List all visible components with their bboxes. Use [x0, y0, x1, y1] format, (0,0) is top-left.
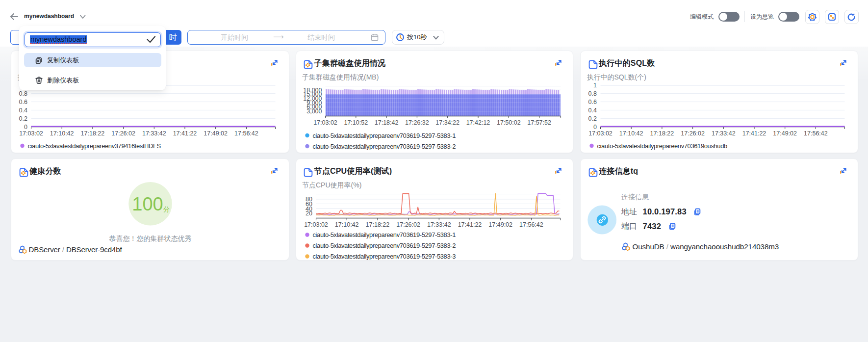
svg-text:0.2: 0.2 [588, 115, 597, 122]
svg-text:17:49:02: 17:49:02 [773, 130, 797, 137]
svg-text:ciauto-5xlavatestdailypreparee: ciauto-5xlavatestdailyprepareenv703619-5… [312, 231, 456, 238]
svg-text:17:10:42: 17:10:42 [50, 130, 74, 137]
svg-text:17:57:52: 17:57:52 [527, 119, 551, 126]
svg-text:17:18:22: 17:18:22 [81, 130, 105, 137]
svg-text:17:33:42: 17:33:42 [712, 130, 736, 137]
svg-text:17:26:02: 17:26:02 [111, 130, 135, 137]
svg-text:17:41:22: 17:41:22 [742, 130, 766, 137]
svg-text:17:10:42: 17:10:42 [334, 221, 358, 228]
svg-text:17:26:32: 17:26:32 [405, 119, 429, 126]
svg-text:ciauto-5xlavatestdailypreparee: ciauto-5xlavatestdailyprepareenv703619ou… [597, 142, 727, 149]
svg-text:10.0.197.83: 10.0.197.83 [643, 207, 687, 216]
svg-text:20: 20 [306, 210, 312, 217]
svg-text:17:56:42: 17:56:42 [804, 130, 828, 137]
svg-text:17:18:42: 17:18:42 [374, 119, 398, 126]
svg-text:地址: 地址 [621, 207, 637, 215]
svg-text:17:42:12: 17:42:12 [466, 119, 490, 126]
svg-text:17:26:02: 17:26:02 [396, 221, 420, 228]
svg-text:17:34:22: 17:34:22 [435, 119, 460, 126]
svg-text:17:26:02: 17:26:02 [681, 130, 705, 137]
svg-text:0: 0 [593, 123, 597, 130]
svg-text:17:03:02: 17:03:02 [19, 130, 43, 137]
svg-text:0.8: 0.8 [588, 90, 597, 97]
svg-text:3,000: 3,000 [306, 108, 322, 115]
svg-text:DBServer / DBServer-9cd4bf: DBServer / DBServer-9cd4bf [29, 245, 123, 254]
svg-text:0.6: 0.6 [19, 98, 27, 105]
svg-text:17:50:02: 17:50:02 [496, 119, 520, 126]
svg-text:ciauto-5xlavatestdailypreparee: ciauto-5xlavatestdailyprepareenv379416te… [28, 142, 161, 149]
svg-text:0.2: 0.2 [19, 115, 27, 122]
svg-text:连接信息: 连接信息 [621, 193, 649, 201]
svg-text:0.6: 0.6 [588, 98, 597, 105]
svg-text:ciauto-5xlavatestdailypreparee: ciauto-5xlavatestdailyprepareenv703619-5… [312, 242, 456, 249]
svg-text:1: 1 [593, 82, 597, 89]
svg-text:0.4: 0.4 [588, 106, 597, 113]
svg-text:0.8: 0.8 [19, 90, 27, 97]
svg-text:17:49:02: 17:49:02 [488, 221, 512, 228]
svg-text:17:33:42: 17:33:42 [427, 221, 451, 228]
svg-text:分: 分 [163, 206, 170, 213]
svg-text:17:33:42: 17:33:42 [142, 130, 166, 137]
svg-text:0.4: 0.4 [19, 106, 27, 113]
svg-text:ciauto-5xlavatestdailypreparee: ciauto-5xlavatestdailyprepareenv703619-5… [312, 132, 456, 139]
svg-text:17:56:42: 17:56:42 [234, 130, 258, 137]
svg-text:OushuDB / wangyanchaooushudb21: OushuDB / wangyanchaooushudb214038m3 [633, 242, 779, 250]
svg-text:100: 100 [132, 193, 163, 214]
svg-text:17:10:52: 17:10:52 [344, 119, 368, 126]
svg-text:端口: 端口 [621, 222, 637, 230]
svg-text:17:49:02: 17:49:02 [204, 130, 228, 137]
svg-text:ciauto-5xlavatestdailypreparee: ciauto-5xlavatestdailyprepareenv703619-5… [312, 142, 456, 150]
svg-text:ciauto-5xlavatestdailypreparee: ciauto-5xlavatestdailyprepareenv703619-5… [312, 253, 456, 260]
svg-text:恭喜您！您的集群状态优秀: 恭喜您！您的集群状态优秀 [109, 234, 192, 242]
svg-text:17:41:22: 17:41:22 [458, 221, 482, 228]
svg-text:17:18:22: 17:18:22 [650, 130, 674, 137]
svg-text:0: 0 [24, 123, 27, 130]
svg-text:17:03:02: 17:03:02 [313, 119, 337, 126]
svg-text:17:18:22: 17:18:22 [365, 221, 389, 228]
svg-text:17:41:22: 17:41:22 [173, 130, 197, 137]
svg-text:17:03:02: 17:03:02 [588, 130, 613, 137]
svg-text:17:10:42: 17:10:42 [619, 130, 643, 137]
svg-text:7432: 7432 [643, 221, 662, 230]
svg-text:17:03:02: 17:03:02 [304, 221, 328, 228]
svg-text:17:56:42: 17:56:42 [519, 221, 543, 228]
